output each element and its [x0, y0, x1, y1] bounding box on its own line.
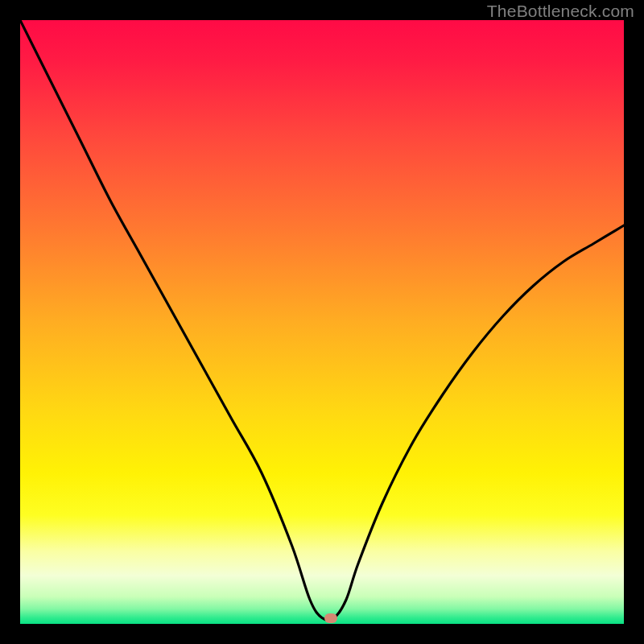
plot-area	[20, 20, 624, 624]
chart-frame: TheBottleneck.com	[0, 0, 644, 644]
attribution-label: TheBottleneck.com	[487, 2, 634, 21]
optimal-point-marker	[324, 613, 337, 623]
bottleneck-curve	[20, 20, 624, 624]
